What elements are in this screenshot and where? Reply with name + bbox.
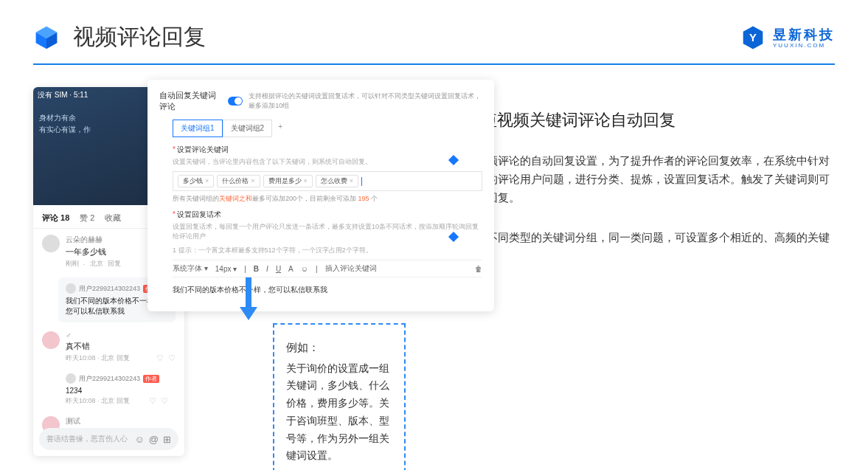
settings-panel: 自动回复关键词评论 支持根据评论的关键词设置回复话术，可以针对不同类型关键词设置…: [147, 80, 494, 311]
example-title: 例如：: [286, 338, 392, 357]
keyword-group-tabs: 关键词组1 关键词组2 +: [173, 120, 482, 137]
tab-comments: 评论 18: [42, 212, 69, 224]
color-icon[interactable]: A: [288, 265, 294, 273]
tab-likes: 赞 2: [80, 212, 94, 224]
section-keywords-desc: 设置关键词，当评论里内容包含了以下关键词，则系统可自动回复。: [173, 157, 482, 167]
editor-toolbar: 系统字体 ▾ 14px ▾ | B I U A ☺ | 插入评论关键词 🗑: [173, 260, 482, 277]
reply-username: 用户2299214302243: [79, 284, 140, 294]
brand-logo: Y 昱新科技 YUUXIN.COM: [740, 25, 835, 50]
emoji-icon[interactable]: ☺: [301, 265, 308, 273]
logo-url: YUUXIN.COM: [773, 42, 825, 49]
comment-text: 真不错: [66, 341, 176, 352]
bold-icon[interactable]: B: [254, 265, 259, 273]
phone-caption: 身材力有余有实心有谋，作: [39, 112, 91, 136]
keyword-chip: 什么价格×: [217, 175, 260, 187]
list-item: 支持不同类型的关键词分组，同一类问题，可设置多个相近的、高频的关键词。: [450, 229, 833, 266]
svg-rect-5: [246, 277, 251, 307]
comment-username: 测试: [66, 416, 176, 426]
image-icon[interactable]: ⊞: [163, 434, 171, 445]
chip-remove[interactable]: ×: [205, 177, 209, 184]
keyword-tab-2[interactable]: 关键词组2: [223, 120, 273, 137]
comment-meta: 昨天10:08 · 北京 回复 ♡ ♡: [66, 353, 176, 363]
avatar: [42, 235, 60, 252]
section-reply-desc: 设置回复话术，每回复一个用户评论只发送一条话术，最多支持设置10条不同话术，按添…: [173, 222, 482, 241]
section-keywords-title: 设置评论关键词: [173, 145, 482, 155]
reply-editor-content[interactable]: 我们不同的版本价格不一样，您可以私信联系我: [173, 282, 482, 298]
size-select[interactable]: 14px ▾: [215, 265, 237, 273]
header-divider: [33, 63, 835, 65]
underline-icon[interactable]: U: [276, 265, 281, 273]
keyword-input-box[interactable]: 多少钱× 什么价格× 费用是多少× 怎么收费×: [173, 171, 482, 191]
delete-icon[interactable]: 🗑: [475, 265, 482, 273]
chip-remove[interactable]: ×: [304, 177, 308, 184]
dislike-icon: ♡: [161, 396, 168, 406]
chip-remove[interactable]: ×: [251, 177, 254, 184]
comment-meta: 昨天10:08 · 北京 回复 ♡ ♡: [66, 396, 168, 406]
heart-icon: ♡: [156, 353, 164, 363]
keyword-chip: 费用是多少×: [263, 175, 313, 187]
page-title: 视频评论回复: [73, 22, 206, 52]
svg-marker-6: [240, 307, 257, 320]
phone-status: 没有 SIM · 5:11: [38, 90, 88, 100]
example-body: 关于询价的设置成一组关键词，多少钱、什么价格，费用多少等。关于咨询班型、版本、型…: [286, 360, 392, 466]
comment-row: ♂ 真不错 昨天10:08 · 北京 回复 ♡ ♡: [33, 325, 184, 369]
auto-reply-toggle[interactable]: [228, 97, 243, 106]
add-keyword-tab[interactable]: +: [272, 120, 288, 137]
keyword-chip: 多少钱×: [178, 175, 214, 187]
cube-icon: [33, 24, 60, 51]
heart-icon: ♡: [149, 396, 156, 406]
dislike-icon: ♡: [168, 353, 176, 363]
logo-hex-icon: Y: [740, 25, 765, 50]
keyword-tab-1[interactable]: 关键词组1: [173, 120, 223, 137]
author-tag: 作者: [143, 375, 159, 383]
comment-input-bar[interactable]: 善语结善缘，恶言伤人心 ☺ @ ⊞: [39, 428, 178, 450]
section-reply-title: 设置回复话术: [173, 210, 482, 220]
bullet-text: 短视频评论的自动回复设置，为了提升作者的评论回复效率，在系统中针对常见的评论用户…: [465, 152, 833, 207]
section-title: 短视频关键词评论自动回复: [481, 109, 676, 131]
insert-keyword-button[interactable]: 插入评论关键词: [325, 263, 377, 274]
font-select[interactable]: 系统字体 ▾: [173, 263, 208, 274]
keyword-count-note: 所有关键词组的关键词之和最多可添加200个，目前剩余可添加 195 个: [173, 194, 482, 204]
italic-icon[interactable]: I: [266, 265, 268, 273]
bullet-text: 支持不同类型的关键词分组，同一类问题，可设置多个相近的、高频的关键词。: [465, 229, 833, 266]
at-icon[interactable]: @: [149, 434, 159, 445]
arrow-down-icon: [238, 277, 259, 325]
chip-remove[interactable]: ×: [350, 177, 353, 184]
auto-reply-label: 自动回复关键词评论: [159, 90, 222, 112]
avatar: [42, 331, 60, 349]
input-placeholder: 善语结善缘，恶言伤人心: [46, 434, 128, 444]
reply-inline: 用户2299214302243 作者 1234 昨天10:08 · 北京 回复 …: [58, 372, 176, 407]
avatar: [66, 283, 76, 294]
logo-name: 昱新科技: [773, 26, 835, 44]
avatar: [66, 373, 76, 384]
section-reply-hint: 1 提示：一个富文本框最多支持512个字符，一个汉字占用2个字符。: [173, 246, 482, 255]
list-item: 短视频评论的自动回复设置，为了提升作者的评论回复效率，在系统中针对常见的评论用户…: [450, 152, 833, 207]
reply-text: 1234: [66, 386, 168, 396]
comment-username: ♂: [66, 331, 176, 339]
svg-text:Y: Y: [749, 32, 757, 44]
auto-reply-desc: 支持根据评论的关键词设置回复话术，可以针对不同类型关键词设置回复话术，最多添加1…: [249, 91, 482, 111]
keyword-chip: 怎么收费×: [316, 175, 358, 187]
reply-username: 用户2299214302243: [79, 374, 140, 384]
tab-fav: 收藏: [105, 212, 121, 224]
example-callout: 例如： 关于询价的设置成一组关键词，多少钱、什么价格，费用多少等。关于咨询班型、…: [273, 323, 406, 470]
emoji-icon[interactable]: ☺: [135, 434, 145, 445]
